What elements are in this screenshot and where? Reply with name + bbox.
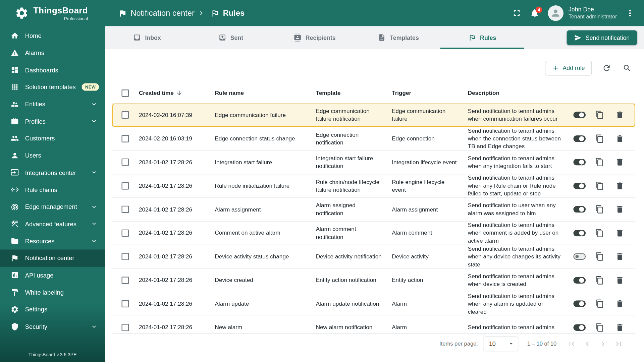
column-header-description[interactable]: Description: [465, 89, 569, 97]
first-page-button[interactable]: [565, 337, 579, 351]
next-page-button[interactable]: [596, 337, 610, 351]
sidebar-item-dashboards[interactable]: Dashboards: [0, 61, 105, 78]
column-header-template[interactable]: Template: [313, 89, 389, 97]
delete-rule-button[interactable]: [614, 227, 625, 239]
row-checkbox[interactable]: [121, 135, 129, 142]
sidebar-item-edge-management[interactable]: Edge management: [0, 198, 105, 215]
column-header-trigger[interactable]: Trigger: [388, 89, 465, 97]
items-per-page-select[interactable]: 10: [483, 336, 518, 351]
rule-enabled-toggle[interactable]: [573, 230, 586, 236]
sidebar-item-notification-center[interactable]: Notification center: [0, 249, 105, 266]
copy-rule-button[interactable]: [594, 180, 605, 191]
sidebar-item-solution-templates[interactable]: Solution templates NEW: [0, 78, 105, 96]
sidebar-item-customers[interactable]: Customers: [0, 130, 105, 147]
send-notification-button[interactable]: Send notification: [567, 30, 637, 45]
row-checkbox[interactable]: [121, 229, 129, 237]
column-header-rule-name[interactable]: Rule name: [212, 89, 313, 97]
delete-rule-button[interactable]: [614, 204, 625, 215]
user-name: John Doe: [569, 6, 617, 13]
copy-rule-button[interactable]: [594, 109, 605, 121]
dashboards-icon: [11, 66, 19, 74]
sidebar-item-profiles[interactable]: Profiles: [0, 113, 105, 130]
table-row[interactable]: 2024-02-20 16:07:39 Edge communication f…: [112, 104, 635, 127]
sidebar-item-settings[interactable]: Settings: [0, 301, 105, 318]
rule-enabled-toggle[interactable]: [573, 277, 586, 284]
notifications-button[interactable]: 4: [527, 5, 543, 21]
delete-rule-button[interactable]: [614, 298, 625, 309]
user-avatar[interactable]: [548, 5, 564, 21]
sidebar-item-integrations-center[interactable]: Integrations center: [0, 164, 105, 181]
copy-rule-button[interactable]: [594, 251, 605, 262]
copy-rule-button[interactable]: [594, 227, 605, 239]
row-checkbox[interactable]: [121, 111, 129, 119]
tab-templates[interactable]: Templates: [357, 26, 440, 49]
table-row[interactable]: 2024-01-02 17:28:26 Alarm assignment Ala…: [112, 198, 635, 221]
table-row[interactable]: 2024-01-02 17:28:26 Device created Entit…: [112, 268, 635, 292]
table-row[interactable]: 2024-01-02 17:28:26 Alarm update Alarm u…: [112, 292, 635, 316]
rule-enabled-toggle[interactable]: [573, 183, 586, 189]
select-all-checkbox[interactable]: [121, 89, 129, 97]
delete-rule-button[interactable]: [614, 180, 625, 191]
delete-rule-button[interactable]: [614, 133, 625, 144]
fullscreen-button[interactable]: [508, 5, 525, 21]
tab-inbox[interactable]: Inbox: [105, 26, 189, 49]
row-checkbox[interactable]: [121, 277, 129, 284]
search-button[interactable]: [619, 60, 635, 76]
breadcrumb-item[interactable]: Notification center: [118, 9, 195, 18]
column-header-created-time[interactable]: Created time: [136, 89, 212, 97]
copy-rule-button[interactable]: [594, 204, 605, 215]
row-checkbox[interactable]: [121, 182, 129, 189]
rule-enabled-toggle[interactable]: [573, 301, 586, 307]
table-row[interactable]: 2024-02-20 16:03:19 Edge connection stat…: [112, 127, 635, 150]
tab-recipients[interactable]: Recipients: [273, 26, 357, 49]
delete-rule-button[interactable]: [614, 322, 625, 333]
last-page-button[interactable]: [611, 337, 626, 351]
app-logo[interactable]: ThingsBoard Professional: [0, 0, 105, 26]
breadcrumb-item[interactable]: Rules: [197, 9, 245, 18]
sidebar-item-home[interactable]: Home: [0, 27, 105, 44]
sidebar-item-advanced-features[interactable]: Advanced features: [0, 215, 105, 232]
sidebar-item-rule-chains[interactable]: Rule chains: [0, 181, 105, 198]
copy-rule-button[interactable]: [594, 298, 605, 309]
tab-sent[interactable]: Sent: [189, 26, 273, 49]
row-checkbox[interactable]: [121, 300, 129, 307]
rule-enabled-toggle[interactable]: [573, 324, 586, 331]
add-rule-button[interactable]: Add rule: [545, 61, 592, 75]
sidebar-item-api-usage[interactable]: API usage: [0, 266, 105, 284]
rule-enabled-toggle[interactable]: [573, 135, 586, 142]
delete-rule-button[interactable]: [614, 251, 625, 262]
previous-page-button[interactable]: [580, 337, 594, 351]
row-checkbox[interactable]: [121, 206, 129, 213]
delete-rule-button[interactable]: [614, 157, 625, 168]
sidebar-item-alarms[interactable]: Alarms: [0, 44, 105, 61]
sidebar-item-entities[interactable]: Entities: [0, 96, 105, 113]
row-checkbox[interactable]: [121, 159, 129, 166]
copy-rule-button[interactable]: [594, 322, 605, 333]
sidebar-item-security[interactable]: Security: [0, 318, 105, 335]
copy-rule-button[interactable]: [594, 275, 605, 286]
rule-enabled-toggle[interactable]: [573, 253, 586, 260]
rule-enabled-toggle[interactable]: [573, 112, 586, 118]
sidebar-item-users[interactable]: Users: [0, 147, 105, 164]
copy-rule-button[interactable]: [594, 157, 605, 168]
header-menu-button[interactable]: [622, 5, 638, 21]
table-row[interactable]: 2024-01-02 17:28:26 Integration start fa…: [112, 150, 635, 174]
row-checkbox[interactable]: [121, 253, 129, 260]
sidebar-item-label: API usage: [25, 272, 54, 279]
table-row[interactable]: 2024-01-02 17:28:26 Rule node initializa…: [112, 174, 635, 198]
tab-rules[interactable]: Rules: [440, 26, 524, 49]
table-row[interactable]: 2024-01-02 17:28:26 New alarm New alarm …: [112, 316, 635, 333]
sidebar-item-white-labeling[interactable]: White labeling: [0, 284, 105, 301]
rule-enabled-toggle[interactable]: [573, 206, 586, 213]
refresh-button[interactable]: [598, 60, 615, 76]
delete-rule-button[interactable]: [614, 275, 625, 286]
search-icon: [623, 64, 632, 73]
table-row[interactable]: 2024-01-02 17:28:26 Comment on active al…: [112, 222, 635, 245]
sidebar-item-resources[interactable]: Resources: [0, 232, 105, 249]
tab-label: Templates: [390, 34, 419, 41]
copy-rule-button[interactable]: [594, 133, 605, 144]
table-row[interactable]: 2024-01-02 17:28:26 Device activity stat…: [112, 245, 635, 268]
row-checkbox[interactable]: [121, 324, 129, 331]
delete-rule-button[interactable]: [614, 109, 625, 121]
rule-enabled-toggle[interactable]: [573, 159, 586, 166]
